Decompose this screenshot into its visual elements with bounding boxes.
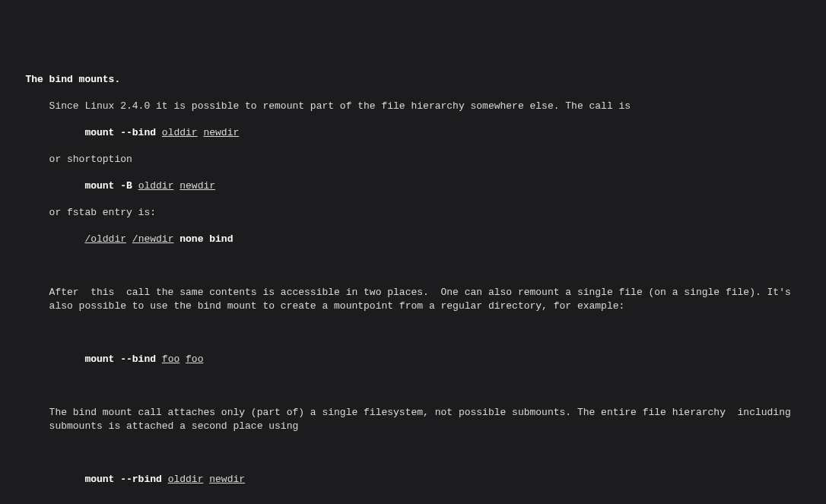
command-example: mount --rbind olddir newdir bbox=[84, 473, 818, 487]
paragraph: Since Linux 2.4.0 it is possible to remo… bbox=[49, 100, 818, 113]
cmd-arg: foo bbox=[186, 353, 203, 365]
cmd-text: mount -B bbox=[84, 180, 138, 192]
cmd-arg: /olddir bbox=[84, 233, 126, 245]
paragraph: or shortoption bbox=[49, 153, 818, 166]
cmd-space bbox=[126, 233, 132, 245]
cmd-arg: newdir bbox=[179, 180, 215, 192]
man-page-body: The bind mounts. Since Linux 2.4.0 it is… bbox=[8, 59, 818, 504]
cmd-space bbox=[179, 353, 186, 365]
cmd-text: mount --bind bbox=[84, 353, 161, 365]
command-example: mount -B olddir newdir bbox=[84, 179, 818, 193]
cmd-arg: /newdir bbox=[132, 233, 174, 245]
cmd-arg: olddir bbox=[168, 474, 204, 485]
paragraph: After this call the same contents is acc… bbox=[49, 286, 818, 312]
cmd-arg: newdir bbox=[203, 127, 239, 138]
section-heading: The bind mounts. bbox=[25, 74, 120, 85]
paragraph: The bind mount call attaches only (part … bbox=[49, 406, 818, 433]
cmd-arg: olddir bbox=[162, 127, 198, 138]
cmd-text: mount --bind bbox=[84, 127, 161, 138]
paragraph: or fstab entry is: bbox=[49, 206, 818, 220]
cmd-text: mount --rbind bbox=[84, 474, 167, 485]
cmd-arg: newdir bbox=[209, 474, 245, 485]
command-example: mount --bind olddir newdir bbox=[84, 126, 818, 140]
command-example: mount --bind foo foo bbox=[84, 353, 818, 366]
command-example: /olddir /newdir none bind bbox=[84, 233, 818, 246]
cmd-text: none bind bbox=[173, 233, 233, 245]
cmd-arg: foo bbox=[162, 353, 179, 365]
cmd-arg: olddir bbox=[138, 180, 174, 192]
